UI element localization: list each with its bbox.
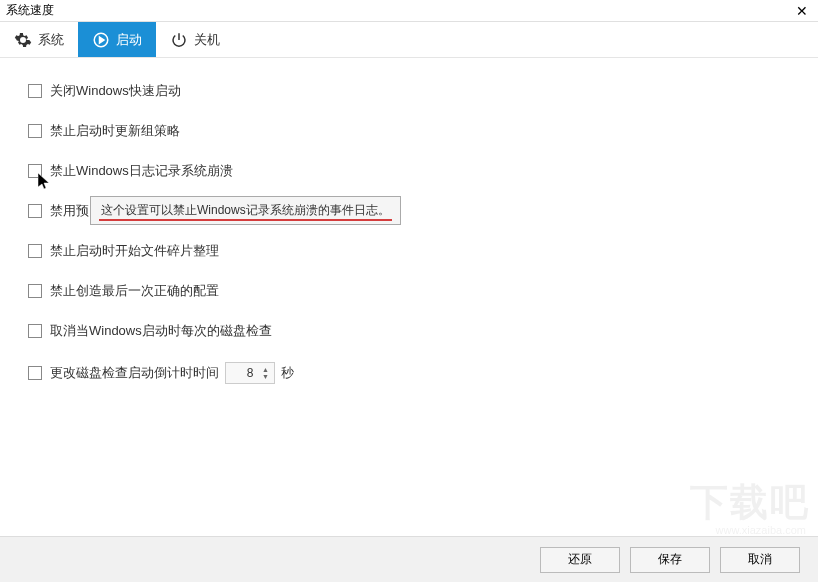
countdown-value: 8 <box>247 366 254 380</box>
watermark: 下载吧 <box>690 477 810 528</box>
checkbox-disable-gp-update[interactable] <box>28 124 42 138</box>
label-disable-prefetch: 禁用预 <box>50 202 89 220</box>
label-disable-defrag: 禁止启动时开始文件碎片整理 <box>50 242 219 260</box>
cursor-icon <box>38 173 52 195</box>
tooltip: 这个设置可以禁止Windows记录系统崩溃的事件日志。 <box>90 196 401 225</box>
label-disable-crash-log: 禁止Windows日志记录系统崩溃 <box>50 162 233 180</box>
label-close-fast-startup: 关闭Windows快速启动 <box>50 82 181 100</box>
tooltip-text: 这个设置可以禁止Windows记录系统崩溃的事件日志。 <box>101 203 390 217</box>
tab-shutdown[interactable]: 关机 <box>156 22 234 57</box>
watermark-sub: www.xiazaiba.com <box>716 524 806 536</box>
label-disable-last-config: 禁止创造最后一次正确的配置 <box>50 282 219 300</box>
checkbox-disable-defrag[interactable] <box>28 244 42 258</box>
power-icon <box>170 31 188 49</box>
tab-shutdown-label: 关机 <box>194 31 220 49</box>
close-button[interactable]: ✕ <box>792 3 812 19</box>
checkbox-close-fast-startup[interactable] <box>28 84 42 98</box>
save-button[interactable]: 保存 <box>630 547 710 573</box>
countdown-spinner[interactable]: 8 ▲▼ <box>225 362 275 384</box>
tab-system[interactable]: 系统 <box>0 22 78 57</box>
gear-icon <box>14 31 32 49</box>
checkbox-disable-last-config[interactable] <box>28 284 42 298</box>
label-cancel-disk-check: 取消当Windows启动时每次的磁盘检查 <box>50 322 272 340</box>
cancel-button[interactable]: 取消 <box>720 547 800 573</box>
tab-startup-label: 启动 <box>116 31 142 49</box>
tab-startup[interactable]: 启动 <box>78 22 156 57</box>
checkbox-cancel-disk-check[interactable] <box>28 324 42 338</box>
label-change-countdown: 更改磁盘检查启动倒计时时间 <box>50 364 219 382</box>
seconds-suffix: 秒 <box>281 364 294 382</box>
checkbox-disable-prefetch[interactable] <box>28 204 42 218</box>
tooltip-underline <box>99 219 392 221</box>
label-disable-gp-update: 禁止启动时更新组策略 <box>50 122 180 140</box>
restore-button[interactable]: 还原 <box>540 547 620 573</box>
spinner-arrows-icon[interactable]: ▲▼ <box>262 366 272 380</box>
checkbox-change-countdown[interactable] <box>28 366 42 380</box>
window-title: 系统速度 <box>6 2 54 19</box>
tab-system-label: 系统 <box>38 31 64 49</box>
play-circle-icon <box>92 31 110 49</box>
